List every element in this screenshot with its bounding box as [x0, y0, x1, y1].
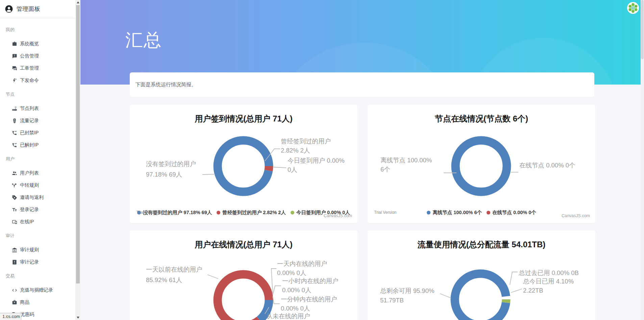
- canvasjs-watermark-link[interactable]: CanvasJS.com: [562, 213, 590, 218]
- sidebar-item-node-list[interactable]: 节点列表: [0, 102, 75, 115]
- donut-slice[interactable]: [455, 140, 507, 192]
- sidebar-item-label: 优惠码: [20, 312, 34, 318]
- loyalty-tag-icon: [12, 195, 17, 200]
- chart-legend: 离线节点 100.00% 6个在线节点 0.00% 0个: [368, 209, 595, 216]
- knot-logo-icon[interactable]: [627, 2, 639, 14]
- donut-slice[interactable]: [455, 274, 506, 320]
- announcement-icon: [12, 53, 17, 59]
- scroll-down-arrow-icon[interactable]: [77, 317, 79, 319]
- label-leader-line: [273, 286, 281, 295]
- briefing-text: 下面是系统运行情况简报。: [130, 82, 196, 88]
- sidebar-item-traffic-log[interactable]: 流量记录: [0, 115, 75, 127]
- legend-label: 在线节点 0.00% 0个: [492, 209, 536, 216]
- sidebar-scrollbar-thumb[interactable]: [76, 5, 80, 283]
- legend-dot-icon: [291, 211, 294, 214]
- svg-text:SIP: SIP: [15, 143, 17, 144]
- sidebar-item-label: 邀请与返利: [20, 195, 44, 201]
- trial-version-watermark: Trial Version: [374, 210, 396, 215]
- sidebar-item-audit-rules[interactable]: 审计规则: [0, 244, 75, 256]
- sidebar-item-online-ip[interactable]: 在线IP: [0, 216, 75, 228]
- app-title: 管理面板: [17, 5, 40, 13]
- canvasjs-watermark-link[interactable]: CanvasJS.com: [324, 213, 352, 218]
- shop-icon: [12, 300, 17, 305]
- legend-label: 离线节点 100.00% 6个: [432, 209, 482, 216]
- sidebar-item-label: 节点列表: [20, 106, 39, 112]
- chart-card-3: 流量使用情况(总分配流量 54.01TB)总过去已用 0.00% 0B总今日已用…: [368, 230, 595, 320]
- chart-label: 离线节点 100.00%6个: [380, 156, 432, 174]
- chart-card-1: 节点在线情况(节点数 6个)离线节点 100.00%6个在线节点 0.00% 0…: [368, 105, 595, 223]
- sidebar-section: 审计规则审计记录: [0, 244, 75, 268]
- sidebar-item-products[interactable]: 商品: [0, 296, 75, 308]
- label-leader-line: [510, 272, 518, 285]
- chart-legend: 没有签到过的用户 97.18% 69人曾经签到过的用户 2.82% 2人今日签到…: [130, 209, 357, 216]
- sidebar-item-label: 用户列表: [20, 170, 39, 176]
- sidebar-item-label: 流量记录: [20, 118, 39, 124]
- trial-version-watermark: Trial Version: [136, 210, 158, 215]
- legend-item[interactable]: 离线节点 100.00% 6个: [427, 209, 482, 216]
- traffic-light-icon: [12, 118, 17, 123]
- sidebar-item-label: 审计记录: [20, 259, 39, 265]
- legend-dot-icon: [427, 211, 430, 214]
- sidebar-item-tickets[interactable]: 工单管理: [0, 62, 75, 74]
- sidebar-section: 节点列表流量记录SIP已封禁IPSIP已解封IP: [0, 102, 75, 151]
- sidebar-item-invite-rebate[interactable]: 邀请与返利: [0, 191, 75, 204]
- sidebar-item-label: 商品: [20, 299, 29, 305]
- sidebar-item-system-overview[interactable]: 系统概览: [0, 38, 75, 50]
- sidebar-item-login-log[interactable]: 登录记录: [0, 204, 75, 216]
- sidebar-item-user-list[interactable]: 用户列表: [0, 167, 75, 179]
- chart-label: 总今日已用 4.10%2.22TB: [523, 277, 574, 295]
- sidebar-item-announcements[interactable]: 公告管理: [0, 50, 75, 62]
- sidebar-item-label: 已解封IP: [20, 142, 39, 148]
- legend-label: 曾经签到过的用户 2.82% 2人: [222, 209, 286, 216]
- sidebar-section-label: 节点: [0, 91, 75, 97]
- sidebar-section-label: 审计: [0, 233, 75, 239]
- sidebar-item-unbanned-ip[interactable]: SIP已解封IP: [0, 139, 75, 151]
- briefcase-icon: [12, 41, 17, 47]
- sidebar-item-label: 中转规则: [20, 182, 39, 188]
- sidebar-header: 管理面板: [0, 0, 75, 18]
- phone-sip-icon: SIP: [12, 142, 17, 148]
- bank-icon: [12, 247, 17, 253]
- sidebar-item-label: 工单管理: [20, 65, 39, 71]
- hero-banner: 汇总: [80, 0, 644, 85]
- page-scrollbar-thumb[interactable]: [641, 0, 644, 59]
- sidebar-item-label: 已封禁IP: [20, 130, 39, 136]
- router-icon: [12, 106, 17, 111]
- label-leader-line: [273, 296, 280, 304]
- label-leader-line: [511, 289, 522, 293]
- legend-item[interactable]: 曾经签到过的用户 2.82% 2人: [217, 209, 286, 216]
- people-icon: [12, 170, 17, 176]
- sidebar-section: 系统概览公告管理工单管理A下发命令: [0, 38, 75, 87]
- sidebar-section-label: 用户: [0, 156, 75, 162]
- legend-dot-icon: [217, 211, 220, 214]
- chart-label: 一小时内在线的用户0.00% 0人: [282, 276, 339, 295]
- page-scrollbar[interactable]: [641, 0, 644, 320]
- donut-slice[interactable]: [218, 140, 269, 192]
- sidebar-item-banned-ip[interactable]: SIP已封禁IP: [0, 127, 75, 139]
- chart-label: 今日签到用户 0.00%0人: [288, 156, 345, 174]
- chart-label: 在线节点 0.00% 0个: [519, 161, 575, 170]
- phone-sip-icon: SIP: [12, 130, 17, 136]
- sidebar-scrollbar[interactable]: [75, 0, 80, 320]
- legend-item[interactable]: 在线节点 0.00% 0个: [487, 209, 536, 216]
- sidebar-item-relay-rules[interactable]: 中转规则: [0, 179, 75, 191]
- sidebar-item-label: 登录记录: [20, 207, 39, 213]
- sidebar-item-label: 系统概览: [20, 41, 39, 47]
- main-content: 汇总 下面是系统运行情况简报。 用户签到情况(总用户 71人)曾经签到过的用户2…: [80, 0, 644, 320]
- sidebar-item-send-command[interactable]: A下发命令: [0, 74, 75, 87]
- sidebar-item-label: 审计规则: [20, 247, 39, 253]
- sidebar-item-audit-log[interactable]: 审计记录: [0, 256, 75, 268]
- chart-label: 一分钟内在线的用户0.00% 0人: [281, 295, 337, 313]
- legend-dot-icon: [487, 211, 490, 214]
- sidebar-item-label: 下发命令: [20, 77, 39, 84]
- chart-label: 总剩余可用 95.90%51.79TB: [380, 286, 434, 305]
- sidebar-item-label: 在线IP: [20, 219, 34, 225]
- forum-icon: [12, 66, 17, 71]
- label-leader-line: [202, 174, 215, 175]
- scroll-up-arrow-icon[interactable]: [77, 1, 79, 3]
- svg-text:SIP: SIP: [15, 131, 17, 132]
- sidebar-item-recharge-donation-log[interactable]: 充值与捐赠记录: [0, 284, 75, 296]
- label-leader-line: [207, 275, 218, 279]
- sidebar-section-label: 我的: [0, 27, 75, 33]
- chart-card-0: 用户签到情况(总用户 71人)曾经签到过的用户2.82% 2人今日签到用户 0.…: [130, 105, 357, 223]
